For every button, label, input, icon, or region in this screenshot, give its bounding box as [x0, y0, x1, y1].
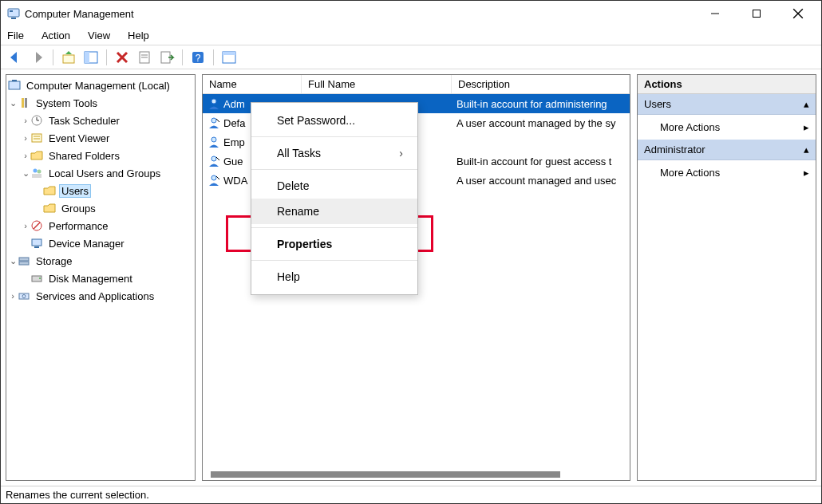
actions-section-administrator[interactable]: Administrator ▴ — [638, 140, 816, 160]
refresh-action-button[interactable] — [219, 48, 239, 67]
svg-rect-27 — [32, 134, 41, 142]
column-fullname[interactable]: Full Name — [302, 75, 452, 93]
svg-rect-37 — [19, 258, 29, 261]
svg-point-40 — [39, 278, 41, 279]
actions-pane: Actions Users ▴ More Actions ▸ Administr… — [637, 74, 816, 481]
svg-rect-35 — [32, 239, 41, 246]
ctx-all-tasks[interactable]: All Tasks› — [251, 140, 417, 166]
horizontal-scrollbar[interactable] — [203, 469, 630, 480]
window-title: Computer Management — [25, 8, 134, 20]
svg-rect-1 — [11, 18, 16, 19]
tree-device-manager[interactable]: Device Manager — [8, 234, 193, 252]
tree-local-users-groups[interactable]: ⌄ Local Users and Groups — [8, 164, 193, 182]
ctx-help[interactable]: Help — [251, 264, 417, 289]
tree-pane: Computer Management (Local) ⌄ System Too… — [6, 74, 196, 481]
export-button[interactable] — [157, 48, 176, 67]
tree-shared-folders[interactable]: › Shared Folders — [8, 147, 193, 164]
tree-performance[interactable]: › Performance — [8, 217, 193, 234]
tree-root[interactable]: Computer Management (Local) — [8, 77, 193, 94]
menu-action[interactable]: Action — [41, 30, 70, 41]
context-menu: Set Password... All Tasks› Delete Rename… — [251, 102, 418, 295]
tree-storage[interactable]: ⌄ Storage — [8, 252, 193, 270]
delete-button[interactable] — [113, 48, 132, 67]
svg-point-45 — [211, 137, 216, 142]
show-hide-tree-button[interactable] — [81, 48, 101, 67]
submenu-arrow-icon: › — [399, 147, 403, 159]
expand-icon[interactable]: › — [21, 151, 30, 160]
svg-rect-9 — [85, 52, 89, 63]
tree-system-tools[interactable]: ⌄ System Tools — [8, 94, 193, 112]
actions-section-users[interactable]: Users ▴ — [638, 94, 816, 115]
svg-rect-36 — [34, 246, 39, 248]
svg-rect-23 — [25, 98, 27, 108]
svg-rect-7 — [63, 55, 74, 63]
status-bar: Renames the current selection. — [1, 486, 821, 503]
minimize-button[interactable] — [703, 4, 727, 23]
menu-view[interactable]: View — [88, 30, 110, 41]
svg-rect-2 — [10, 10, 13, 12]
svg-rect-32 — [32, 174, 41, 178]
user-disabled-icon — [207, 117, 220, 128]
chevron-up-icon: ▴ — [804, 144, 809, 156]
tree-groups[interactable]: Groups — [8, 199, 193, 217]
svg-point-43 — [211, 99, 216, 104]
svg-rect-19 — [223, 52, 235, 55]
tree-disk-management[interactable]: Disk Management — [8, 270, 193, 287]
arrow-right-icon: ▸ — [804, 167, 809, 179]
expand-icon[interactable]: › — [21, 221, 30, 230]
expand-icon[interactable]: › — [21, 116, 30, 125]
svg-rect-4 — [753, 10, 761, 18]
menu-file[interactable]: File — [7, 30, 24, 41]
svg-rect-22 — [22, 98, 24, 108]
ctx-properties[interactable]: Properties — [251, 231, 417, 257]
up-button[interactable] — [59, 48, 78, 67]
chevron-up-icon: ▴ — [804, 98, 809, 110]
app-window: Computer Management File Action View Hel… — [0, 0, 822, 504]
column-name[interactable]: Name — [203, 75, 302, 93]
collapse-icon[interactable]: ⌄ — [8, 256, 18, 266]
toolbar: ? — [1, 45, 821, 69]
svg-point-47 — [211, 175, 216, 180]
expand-icon[interactable]: › — [8, 291, 18, 301]
collapse-icon[interactable]: ⌄ — [21, 168, 30, 179]
svg-text:?: ? — [196, 53, 201, 64]
svg-point-44 — [211, 118, 216, 123]
actions-more-users[interactable]: More Actions ▸ — [638, 115, 816, 140]
tree-task-scheduler[interactable]: › Task Scheduler — [8, 112, 193, 129]
ctx-delete[interactable]: Delete — [251, 173, 417, 199]
menu-help[interactable]: Help — [128, 30, 149, 41]
status-text: Renames the current selection. — [6, 489, 149, 501]
forward-button[interactable] — [28, 48, 47, 67]
user-disabled-icon — [207, 156, 220, 167]
expand-icon[interactable]: › — [21, 133, 30, 143]
collapse-icon[interactable]: ⌄ — [8, 98, 18, 108]
title-bar: Computer Management — [1, 1, 821, 26]
app-icon — [7, 7, 20, 20]
column-description[interactable]: Description — [452, 75, 630, 93]
svg-point-31 — [38, 170, 41, 174]
ctx-rename[interactable]: Rename — [251, 199, 417, 224]
list-pane: Name Full Name Description Adm Built-in … — [202, 74, 630, 481]
actions-more-admin[interactable]: More Actions ▸ — [638, 160, 816, 185]
properties-button[interactable] — [135, 48, 154, 67]
user-icon — [207, 136, 220, 148]
close-button[interactable] — [786, 4, 810, 23]
tree-event-viewer[interactable]: › Event Viewer — [8, 129, 193, 147]
ctx-set-password[interactable]: Set Password... — [251, 108, 417, 133]
svg-rect-21 — [12, 80, 17, 81]
user-icon — [207, 98, 220, 109]
maximize-button[interactable] — [745, 4, 769, 23]
back-button[interactable] — [6, 48, 25, 67]
svg-point-46 — [211, 156, 216, 161]
actions-title: Actions — [638, 75, 816, 94]
help-button[interactable]: ? — [188, 48, 207, 67]
svg-point-30 — [34, 169, 38, 173]
svg-rect-38 — [19, 262, 29, 265]
column-headers: Name Full Name Description — [203, 75, 630, 94]
tree-services-apps[interactable]: › Services and Applications — [8, 287, 193, 305]
svg-rect-20 — [9, 81, 20, 89]
tree-users[interactable]: Users — [8, 182, 193, 199]
arrow-right-icon: ▸ — [804, 121, 809, 133]
menu-bar: File Action View Help — [1, 26, 821, 45]
svg-rect-0 — [8, 9, 19, 17]
